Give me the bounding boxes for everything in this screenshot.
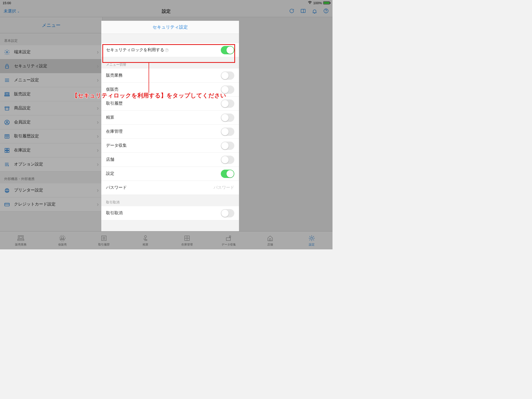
menu-row-label: メニュー設定 [14, 77, 39, 83]
toggle-row-cancel[interactable]: 取引取消 [101, 206, 239, 220]
toggle[interactable] [221, 99, 234, 108]
menu-member-settings[interactable]: 会員設定 › [0, 115, 102, 129]
toggle-row-sales[interactable]: 販売業務 [101, 69, 239, 83]
menu-history-settings[interactable]: 取引履歴設定 › [0, 129, 102, 143]
toggle[interactable] [221, 128, 234, 136]
menu-creditcard-settings[interactable]: クレジットカード設定 › [0, 197, 102, 211]
svg-rect-6 [5, 66, 9, 68]
menu-stock-settings[interactable]: 在庫設定 › [0, 143, 102, 157]
toggle-row-settings[interactable]: 設定 [101, 167, 239, 181]
bell-icon[interactable] [312, 8, 317, 15]
svg-point-16 [6, 121, 8, 123]
tab-label: 精算 [143, 243, 148, 247]
card-icon [4, 201, 10, 208]
menu-option-settings[interactable]: オプション設定 › [0, 157, 102, 171]
security-lock-toggle[interactable] [221, 46, 234, 54]
svg-rect-11 [6, 93, 8, 95]
chevron-right-icon: › [97, 105, 99, 112]
menu-row-label: 販売設定 [14, 91, 31, 97]
password-row[interactable]: パスワード パスワード [101, 181, 239, 195]
menu-row-label: 取引履歴設定 [14, 134, 39, 139]
refresh-icon[interactable] [289, 8, 295, 15]
tab-label: 取引履歴 [98, 243, 110, 247]
battery-icon [323, 1, 330, 4]
hamburger-icon [4, 77, 10, 84]
menu-row-label: プリンター設定 [14, 188, 43, 193]
top-nav: 未選択 ⌄ 設定 [0, 6, 332, 17]
toggle[interactable] [221, 170, 234, 178]
security-lock-row[interactable]: セキュリティロックを利用する ? [101, 43, 239, 57]
tab-stock[interactable]: 在庫管理 [166, 231, 208, 249]
toggle-row-stock[interactable]: 在庫管理 [101, 125, 239, 139]
status-bar: 15:00 100% [0, 0, 332, 6]
store-selector-label: 未選択 [4, 9, 16, 14]
toggle-row-settlement[interactable]: 精算 [101, 111, 239, 125]
tab-store[interactable]: 店舗 [249, 231, 291, 249]
menu-row-label: 商品設定 [14, 105, 31, 111]
row-label: 取引履歴 [106, 101, 123, 106]
tab-tempsales[interactable]: 仮販売 [42, 231, 83, 249]
printer-icon [4, 187, 10, 194]
tab-history[interactable]: 取引履歴 [83, 231, 125, 249]
tab-label: 店舗 [267, 243, 273, 247]
menu-printer-settings[interactable]: プリンター設定 › [0, 183, 102, 197]
svg-rect-38 [19, 236, 22, 238]
annotation-line [149, 63, 149, 93]
toggle[interactable] [221, 71, 234, 80]
help-icon[interactable]: ? [165, 48, 169, 52]
svg-rect-53 [269, 239, 271, 241]
store-selector[interactable]: 未選択 ⌄ [4, 9, 20, 14]
security-lock-label: セキュリティロックを利用する ? [106, 47, 169, 53]
user-icon [4, 119, 10, 126]
svg-rect-1 [301, 9, 305, 12]
row-label: データ収集 [106, 143, 127, 148]
toggle[interactable] [221, 209, 234, 217]
toggle-row-store[interactable]: 店舗 [101, 153, 239, 167]
menu-row-label: オプション設定 [14, 162, 43, 167]
menu-product-settings[interactable]: 商品設定 › [0, 101, 102, 115]
toggle[interactable] [221, 142, 234, 150]
row-label: 販売業務 [106, 73, 123, 78]
tab-settlement[interactable]: 精算 [125, 231, 166, 249]
svg-rect-42 [61, 239, 64, 240]
toggle[interactable] [221, 156, 234, 164]
menu-scroll[interactable]: 基本設定 端末設定 › セキュリティ設定 › メニュー設定 › 販売設定 › [0, 33, 102, 231]
menu-row-label: クレジットカード設定 [14, 202, 56, 207]
help-icon[interactable] [323, 8, 329, 15]
svg-rect-25 [5, 151, 7, 152]
register-icon [4, 91, 10, 98]
section-external: 外部機器・外部連携 [0, 171, 102, 183]
menu-security-settings[interactable]: セキュリティ設定 › [0, 59, 102, 73]
svg-rect-33 [6, 189, 8, 190]
menu-menu-settings[interactable]: メニュー設定 › [0, 73, 102, 87]
tab-data[interactable]: データ収集 [208, 231, 249, 249]
menu-terminal-settings[interactable]: 端末設定 › [0, 45, 102, 59]
tab-settings[interactable]: 設定 [291, 231, 332, 249]
toggle-row-data[interactable]: データ収集 [101, 139, 239, 153]
security-settings-modal: セキュリティ設定 セキュリティロックを利用する ? メニュー切替 販売業務 仮販… [101, 21, 239, 231]
row-label: 設定 [106, 171, 114, 176]
chevron-right-icon: › [97, 119, 99, 126]
svg-rect-41 [61, 237, 64, 239]
panel-icon[interactable] [300, 8, 306, 15]
svg-rect-26 [7, 151, 9, 152]
archive-icon [4, 105, 10, 112]
password-input[interactable]: パスワード [214, 185, 234, 190]
chevron-right-icon: › [97, 187, 99, 194]
row-label: 精算 [106, 115, 114, 120]
svg-rect-23 [5, 148, 7, 150]
book-icon [4, 133, 10, 140]
svg-rect-51 [226, 238, 230, 241]
tab-label: 仮販売 [58, 243, 67, 247]
toggle[interactable] [221, 114, 234, 122]
row-label: 仮販売 [106, 87, 118, 92]
tab-sales[interactable]: 販売業務 [0, 231, 42, 249]
svg-rect-52 [229, 236, 231, 237]
cancel-section-title: 取引取消 [101, 195, 239, 206]
tab-label: 設定 [309, 243, 315, 247]
tab-label: 在庫管理 [181, 243, 193, 247]
svg-rect-24 [7, 148, 9, 150]
menu-row-label: 在庫設定 [14, 148, 31, 153]
modal-body[interactable]: セキュリティロックを利用する ? メニュー切替 販売業務 仮販売 取引履歴 精算… [101, 34, 239, 231]
row-label: 在庫管理 [106, 129, 123, 134]
